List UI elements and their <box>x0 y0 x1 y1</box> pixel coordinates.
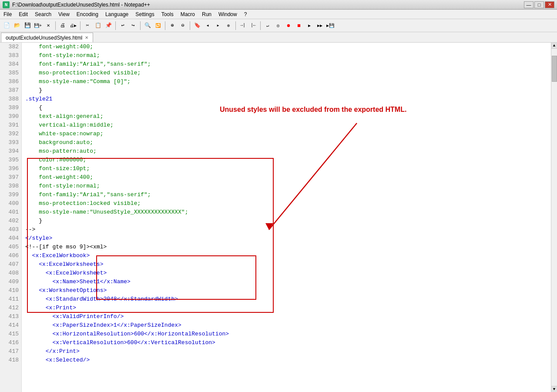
code-line-396: font-size:10pt; <box>25 164 551 173</box>
code-line-382: font-weight:400; <box>25 43 551 51</box>
cut-button[interactable]: ✂ <box>83 21 92 30</box>
indent-button[interactable]: →| <box>238 21 248 30</box>
save-all-button[interactable]: 💾+ <box>33 21 43 30</box>
code-line-411: <x:StandardWidth>2048</x:StandardWidth> <box>25 295 551 304</box>
code-line-388: .style21 <box>25 95 551 104</box>
code-line-390: text-align:general; <box>25 112 551 121</box>
code-line-402: } <box>25 217 551 225</box>
menu-language[interactable]: Language <box>102 10 132 19</box>
code-line-399: font-family:"Arial","sans-serif"; <box>25 191 551 199</box>
separator-4 <box>140 21 141 30</box>
stop-button[interactable]: ⏹ <box>294 21 304 30</box>
focus-button[interactable]: ◎ <box>273 21 283 30</box>
menu-encoding[interactable]: Encoding <box>73 10 102 19</box>
print-button[interactable]: 🖨 <box>58 21 67 30</box>
menu-tools[interactable]: Tools <box>158 10 177 19</box>
close-button[interactable]: ✕ <box>545 1 554 8</box>
redo-button[interactable]: ↪ <box>128 21 138 30</box>
code-line-413: <x:ValidPrinterInfo/> <box>25 312 551 321</box>
tab-close-button[interactable]: ✕ <box>85 35 88 40</box>
code-line-406: <x:ExcelWorkbook> <box>25 251 551 260</box>
code-line-398: font-style:normal; <box>25 182 551 191</box>
separator-1 <box>55 21 56 30</box>
menu-view[interactable]: View <box>55 10 73 19</box>
undo-button[interactable]: ↩ <box>118 21 128 30</box>
bookmark-button[interactable]: 🔖 <box>192 21 202 30</box>
code-line-397: font-weight:400; <box>25 173 551 182</box>
code-line-409: <x:Name>Sheet1</x:Name> <box>25 278 551 286</box>
find-button[interactable]: 🔍 <box>143 21 152 30</box>
code-line-394: mso-pattern:auto; <box>25 147 551 156</box>
editor-area: Unused styles will be excluded from the … <box>0 43 557 392</box>
scroll-down-button[interactable]: ▼ <box>551 386 557 392</box>
scroll-thumb[interactable] <box>552 56 557 82</box>
code-line-403: --> <box>25 225 551 234</box>
minimize-button[interactable]: — <box>524 1 534 8</box>
menu-help[interactable]: ? <box>241 10 251 19</box>
code-line-384: font-family:"Arial","sans-serif"; <box>25 60 551 69</box>
code-line-417: </x:Print> <box>25 347 551 356</box>
paste-button[interactable]: 📌 <box>104 21 113 30</box>
menu-search[interactable]: Search <box>31 10 55 19</box>
code-line-407: <x:ExcelWorksheets> <box>25 260 551 269</box>
code-line-393: background:auto; <box>25 138 551 147</box>
window-title: F:\Download\outputExcludeUnusedStyles.ht… <box>12 2 150 8</box>
code-line-405: <!--[if gte mso 9]><xml> <box>25 243 551 251</box>
code-line-389: { <box>25 104 551 112</box>
code-line-387: } <box>25 86 551 95</box>
separator-6 <box>190 21 190 30</box>
code-line-395: color:#000000; <box>25 156 551 164</box>
line-numbers: 382 383 384 385 386 387 388 389 390 391 … <box>0 43 22 392</box>
wrap-button[interactable]: ↵ <box>263 21 272 30</box>
code-line-412: <x:Print> <box>25 304 551 312</box>
save-button[interactable]: 💾 <box>23 21 32 30</box>
titlebar: N F:\Download\outputExcludeUnusedStyles.… <box>0 0 557 10</box>
code-line-401: mso-style-name:"UnusedStyle_XXXXXXXXXXXX… <box>25 208 551 217</box>
code-line-414: <x:PaperSizeIndex>1</x:PaperSizeIndex> <box>25 321 551 330</box>
next-bookmark[interactable]: ▸ <box>213 21 223 30</box>
code-line-400: mso-protection:locked visible; <box>25 199 551 208</box>
scroll-up-button[interactable]: ▲ <box>551 43 557 49</box>
clear-bookmark[interactable]: ⊗ <box>224 21 233 30</box>
separator-3 <box>115 21 116 30</box>
code-line-415: <x:HorizontalResolution>600</x:Horizonta… <box>25 330 551 338</box>
code-content[interactable]: font-weight:400; font-style:normal; font… <box>22 43 551 392</box>
menu-run[interactable]: Run <box>198 10 215 19</box>
open-button[interactable]: 📂 <box>12 21 22 30</box>
code-line-404: </style> <box>25 234 551 243</box>
zoom-out-button[interactable]: ⊖ <box>178 21 188 30</box>
maximize-button[interactable]: □ <box>534 1 544 8</box>
separator-8 <box>260 21 261 30</box>
menu-macro[interactable]: Macro <box>177 10 198 19</box>
close-button-tb[interactable]: ✕ <box>44 21 53 30</box>
prev-bookmark[interactable]: ◂ <box>203 21 212 30</box>
play-save-button[interactable]: ▶💾 <box>325 21 335 30</box>
menu-window[interactable]: Window <box>215 10 241 19</box>
zoom-in-button[interactable]: ⊕ <box>168 21 177 30</box>
new-button[interactable]: 📄 <box>2 21 11 30</box>
code-line-391: vertical-align:middle; <box>25 121 551 130</box>
menu-edit[interactable]: Edit <box>15 10 31 19</box>
replace-button[interactable]: 🔁 <box>153 21 163 30</box>
play-button[interactable]: ▶ <box>305 21 314 30</box>
app-icon: N <box>3 1 10 8</box>
outdent-button[interactable]: |← <box>248 21 258 30</box>
code-line-408: <x:ExcelWorksheet> <box>25 269 551 278</box>
tab-label: outputExcludeUnusedStyles.html <box>6 35 82 41</box>
code-line-386: mso-style-name:"Comma [0]"; <box>25 77 551 86</box>
window-controls[interactable]: — □ ✕ <box>524 1 554 8</box>
separator-5 <box>165 21 165 30</box>
code-line-383: font-style:normal; <box>25 51 551 60</box>
menubar: File Edit Search View Encoding Language … <box>0 10 557 19</box>
menu-settings[interactable]: Settings <box>132 10 158 19</box>
separator-7 <box>235 21 236 30</box>
code-line-385: mso-protection:locked visible; <box>25 69 551 77</box>
copy-button[interactable]: 📋 <box>93 21 103 30</box>
tab-file[interactable]: outputExcludeUnusedStyles.html ✕ <box>1 33 93 42</box>
vertical-scrollbar[interactable]: ▲ ▼ <box>551 43 557 392</box>
play-multi-button[interactable]: ▶▶ <box>315 21 325 30</box>
menu-file[interactable]: File <box>0 10 15 19</box>
print-now-button[interactable]: 🖨▶ <box>68 21 78 30</box>
tabbar: outputExcludeUnusedStyles.html ✕ <box>0 32 557 43</box>
record-button[interactable]: ⏺ <box>284 21 293 30</box>
